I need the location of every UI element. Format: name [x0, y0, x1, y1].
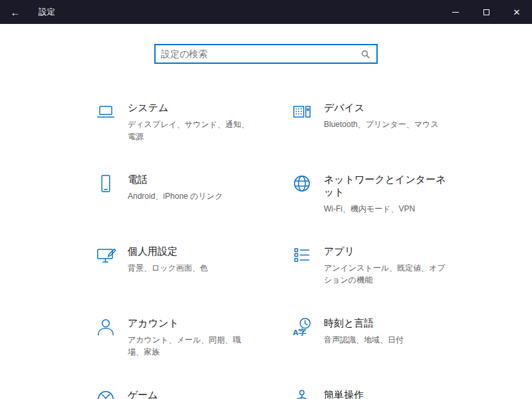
category-subtitle: Wi-Fi、機内モード、VPN	[324, 203, 452, 215]
window-title: 設定	[39, 7, 55, 18]
search-icon[interactable]	[360, 49, 371, 60]
category-title: 電話	[128, 172, 223, 186]
svg-text:A字: A字	[293, 328, 306, 336]
minimize-button[interactable]	[440, 0, 471, 24]
personalization-icon	[94, 244, 117, 267]
titlebar: ← 設定 ✕	[0, 0, 532, 24]
close-button[interactable]: ✕	[501, 0, 532, 24]
search-input[interactable]	[156, 45, 360, 63]
category-apps[interactable]: アプリ アンインストール、既定値、オプションの機能	[276, 243, 452, 315]
category-devices[interactable]: デバイス Bluetooth、プリンター、マウス	[276, 100, 452, 172]
category-title: アカウント	[128, 315, 256, 330]
category-subtitle: Android、iPhone のリンク	[128, 190, 223, 202]
category-subtitle: Bluetooth、プリンター、マウス	[324, 118, 439, 130]
xbox-icon	[94, 388, 117, 399]
minimize-icon	[452, 12, 459, 13]
category-title: システム	[128, 100, 256, 114]
maximize-icon	[483, 9, 489, 15]
category-ease-of-access[interactable]: 簡単操作	[276, 387, 452, 399]
person-icon	[94, 316, 117, 338]
category-time-language[interactable]: A字 時刻と言語 音声認識、地域、日付	[276, 315, 452, 387]
laptop-icon	[94, 100, 117, 123]
devices-icon	[291, 100, 313, 123]
category-title: アプリ	[324, 243, 452, 258]
category-title: ゲーム	[128, 387, 158, 399]
search-box[interactable]	[154, 44, 378, 64]
category-system[interactable]: システム ディスプレイ、サウンド、通知、電源	[80, 100, 256, 172]
phone-icon	[94, 172, 117, 195]
category-subtitle: ディスプレイ、サウンド、通知、電源	[128, 118, 256, 142]
category-subtitle: 背景、ロック画面、色	[128, 262, 208, 274]
back-button[interactable]: ←	[0, 0, 31, 24]
category-personalization[interactable]: 個人用設定 背景、ロック画面、色	[80, 243, 256, 315]
category-subtitle: 音声認識、地域、日付	[324, 334, 404, 346]
maximize-button[interactable]	[471, 0, 501, 24]
settings-category-grid: システム ディスプレイ、サウンド、通知、電源 デバイス Bluetooth、プリ…	[80, 100, 452, 399]
window-controls: ✕	[440, 0, 532, 24]
category-title: 簡単操作	[324, 387, 364, 399]
category-title: 時刻と言語	[324, 315, 404, 330]
clock-language-icon: A字	[291, 316, 313, 338]
category-subtitle: アンインストール、既定値、オプションの機能	[324, 262, 452, 286]
category-subtitle: アカウント、メール、同期、職場、家族	[128, 334, 256, 358]
category-accounts[interactable]: アカウント アカウント、メール、同期、職場、家族	[80, 315, 256, 387]
category-title: ネットワークとインターネット	[324, 172, 452, 199]
ease-of-access-icon	[291, 388, 313, 399]
apps-list-icon	[291, 244, 313, 267]
category-title: デバイス	[324, 100, 439, 114]
search-section	[0, 44, 532, 64]
category-gaming[interactable]: ゲーム	[80, 387, 256, 399]
category-phone[interactable]: 電話 Android、iPhone のリンク	[80, 172, 256, 243]
globe-icon	[291, 172, 313, 195]
category-network[interactable]: ネットワークとインターネット Wi-Fi、機内モード、VPN	[276, 172, 452, 243]
category-title: 個人用設定	[128, 243, 208, 258]
